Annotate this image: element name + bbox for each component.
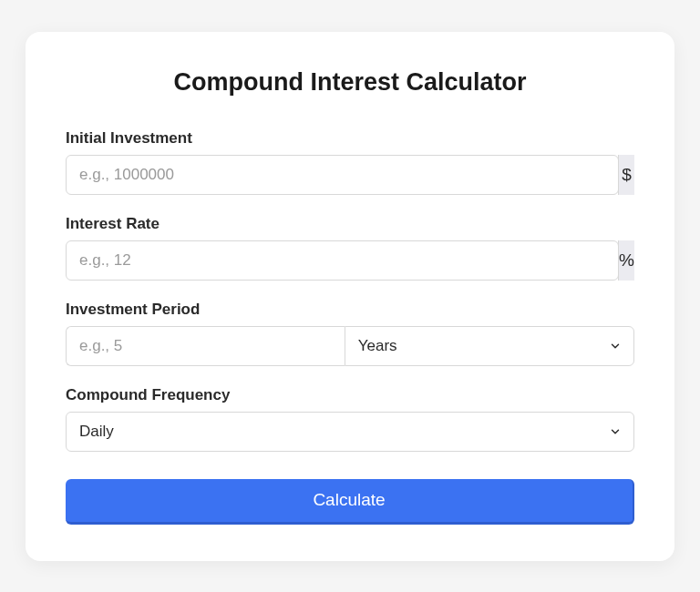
compound-frequency-select-wrap: Daily xyxy=(66,412,634,452)
compound-frequency-select[interactable]: Daily xyxy=(66,412,634,452)
compound-frequency-label: Compound Frequency xyxy=(66,386,634,404)
period-unit-select-wrap: Years xyxy=(345,326,634,366)
interest-rate-input[interactable] xyxy=(66,240,619,281)
field-investment-period: Investment Period Years xyxy=(66,301,634,366)
calculate-button[interactable]: Calculate xyxy=(66,479,634,525)
interest-rate-label: Interest Rate xyxy=(66,215,634,233)
initial-investment-input[interactable] xyxy=(66,155,619,195)
investment-period-input[interactable] xyxy=(66,326,345,366)
interest-rate-input-wrap: % xyxy=(66,240,634,281)
investment-period-row: Years xyxy=(66,326,634,366)
dollar-suffix: $ xyxy=(618,155,634,195)
period-unit-select[interactable]: Years xyxy=(345,326,634,366)
percent-suffix: % xyxy=(618,240,634,281)
field-initial-investment: Initial Investment $ xyxy=(66,129,634,195)
calculator-card: Compound Interest Calculator Initial Inv… xyxy=(26,32,674,561)
initial-investment-label: Initial Investment xyxy=(66,129,634,148)
investment-period-label: Investment Period xyxy=(66,301,634,319)
field-compound-frequency: Compound Frequency Daily xyxy=(66,386,634,452)
initial-investment-input-wrap: $ xyxy=(66,155,634,195)
page-title: Compound Interest Calculator xyxy=(66,68,634,97)
field-interest-rate: Interest Rate % xyxy=(66,215,634,281)
